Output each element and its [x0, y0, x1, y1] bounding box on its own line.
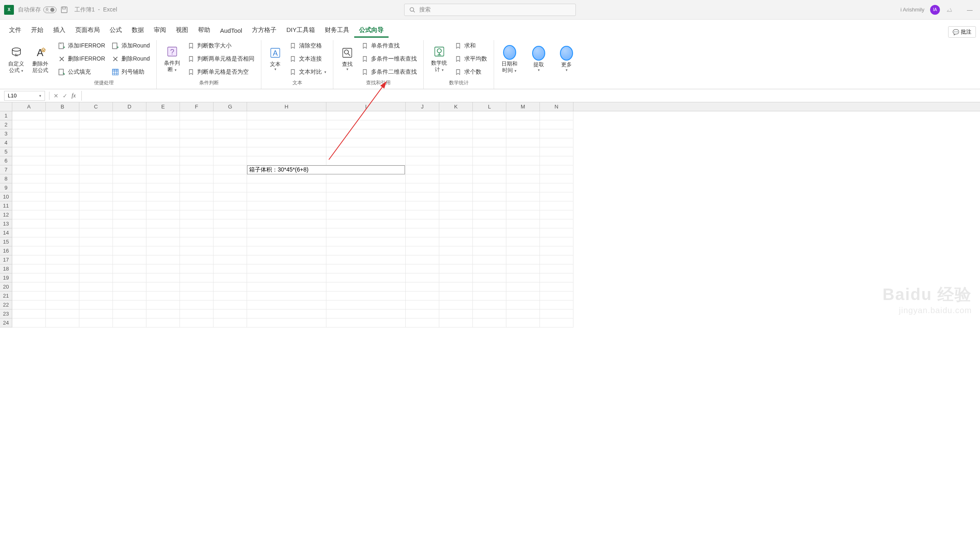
cell[interactable]	[473, 129, 506, 138]
cell[interactable]	[12, 264, 46, 273]
cell[interactable]	[79, 174, 113, 183]
cell[interactable]	[214, 147, 247, 156]
cell[interactable]	[247, 237, 326, 246]
cell[interactable]	[439, 183, 473, 192]
row-header[interactable]: 11	[0, 201, 12, 210]
column-header[interactable]: G	[214, 102, 247, 111]
cell[interactable]	[540, 129, 573, 138]
column-header[interactable]: C	[79, 102, 113, 111]
row-header[interactable]: 9	[0, 183, 12, 192]
cell[interactable]	[12, 282, 46, 291]
cell[interactable]	[79, 192, 113, 201]
cell[interactable]	[113, 138, 146, 147]
cell[interactable]	[540, 165, 573, 174]
tab-audtool[interactable]: AudTool	[215, 24, 247, 38]
cell[interactable]	[46, 147, 79, 156]
cell[interactable]	[247, 255, 326, 264]
cell[interactable]	[214, 300, 247, 309]
row-header[interactable]: 8	[0, 174, 12, 183]
cell[interactable]	[146, 147, 180, 156]
cell[interactable]	[46, 228, 79, 237]
cell[interactable]	[247, 318, 326, 327]
row-header[interactable]: 7	[0, 165, 12, 174]
cell[interactable]	[12, 129, 46, 138]
cell[interactable]	[406, 264, 439, 273]
average-button[interactable]: 求平均数	[453, 53, 489, 65]
row-header[interactable]: 19	[0, 273, 12, 282]
judge-cell-empty-button[interactable]: 判断单元格是否为空	[186, 66, 256, 78]
cell[interactable]	[180, 111, 214, 120]
cell[interactable]	[473, 219, 506, 228]
cell[interactable]	[146, 264, 180, 273]
cell-area[interactable]	[12, 111, 980, 327]
cell[interactable]	[146, 120, 180, 129]
cancel-formula-icon[interactable]: ✕	[54, 93, 58, 99]
cell[interactable]	[79, 318, 113, 327]
cell[interactable]	[326, 156, 406, 165]
cell[interactable]	[12, 183, 46, 192]
cell[interactable]	[406, 219, 439, 228]
cell[interactable]	[473, 201, 506, 210]
cell[interactable]	[12, 291, 46, 300]
judge-number-size-button[interactable]: 判断数字大小	[186, 40, 256, 52]
cell[interactable]	[506, 147, 540, 156]
tab-review[interactable]: 审阅	[149, 23, 171, 38]
tab-diy-toolbox[interactable]: DIY工具箱	[281, 23, 320, 38]
cell[interactable]	[439, 246, 473, 255]
row-header[interactable]: 23	[0, 309, 12, 318]
cell[interactable]	[214, 273, 247, 282]
cell[interactable]	[326, 318, 406, 327]
cell[interactable]	[506, 273, 540, 282]
cell[interactable]	[180, 210, 214, 219]
cell[interactable]	[473, 255, 506, 264]
cell[interactable]	[406, 309, 439, 318]
cell[interactable]	[326, 201, 406, 210]
lookup-button[interactable]: 查找▾	[338, 40, 356, 78]
cell[interactable]	[146, 246, 180, 255]
cell[interactable]	[540, 174, 573, 183]
text-button[interactable]: A 文本▾	[266, 40, 284, 78]
cell[interactable]	[146, 210, 180, 219]
cell[interactable]	[439, 228, 473, 237]
column-header[interactable]: E	[146, 102, 180, 111]
cell[interactable]	[214, 165, 247, 174]
cell[interactable]	[506, 165, 540, 174]
cell[interactable]	[439, 165, 473, 174]
cell[interactable]	[439, 300, 473, 309]
cell[interactable]	[113, 156, 146, 165]
cell[interactable]	[12, 138, 46, 147]
cell[interactable]	[214, 183, 247, 192]
cell[interactable]	[247, 273, 326, 282]
cell[interactable]	[326, 228, 406, 237]
cell[interactable]	[326, 192, 406, 201]
insert-function-icon[interactable]: fx	[72, 93, 76, 99]
row-header[interactable]: 4	[0, 138, 12, 147]
cell[interactable]	[12, 255, 46, 264]
cell[interactable]	[406, 210, 439, 219]
cell[interactable]	[79, 165, 113, 174]
minimize-window-icon[interactable]: —	[964, 7, 976, 13]
cell[interactable]	[406, 192, 439, 201]
cell[interactable]	[79, 255, 113, 264]
column-header[interactable]: M	[506, 102, 540, 111]
cell[interactable]	[79, 111, 113, 120]
confirm-formula-icon[interactable]: ✓	[63, 93, 67, 99]
cell[interactable]	[146, 111, 180, 120]
cell[interactable]	[439, 210, 473, 219]
tab-finance-tools[interactable]: 财务工具	[320, 23, 354, 38]
cell-h7-i7-content[interactable]: 箱子体积：30*45*(6+8)	[247, 165, 405, 174]
cell[interactable]	[146, 291, 180, 300]
cell[interactable]	[79, 210, 113, 219]
cell[interactable]	[506, 237, 540, 246]
tab-fangfang[interactable]: 方方格子	[247, 23, 281, 38]
cell[interactable]	[12, 237, 46, 246]
remove-iferror-button[interactable]: 删除IFERROR	[56, 53, 107, 65]
cell[interactable]	[146, 183, 180, 192]
cell[interactable]	[146, 165, 180, 174]
cell[interactable]	[180, 309, 214, 318]
cell[interactable]	[506, 120, 540, 129]
cell[interactable]	[113, 147, 146, 156]
cell[interactable]	[247, 282, 326, 291]
cell[interactable]	[326, 210, 406, 219]
cell[interactable]	[46, 219, 79, 228]
